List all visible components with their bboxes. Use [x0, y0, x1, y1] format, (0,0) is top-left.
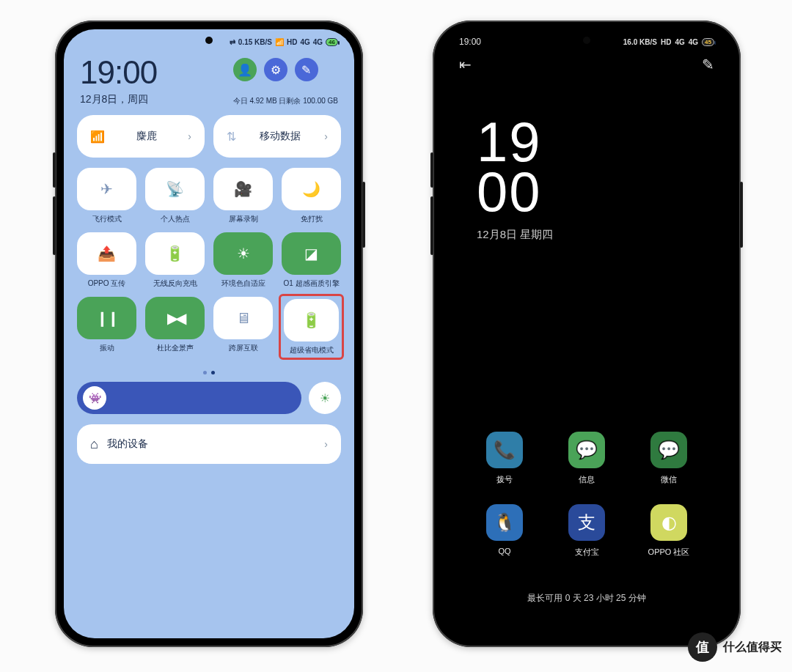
quick-tile-9[interactable]	[145, 297, 205, 339]
home-icon	[90, 437, 98, 452]
app-grid: 📞拨号💬信息💬微信🐧QQ支支付宝◐OPPO 社区	[463, 432, 710, 558]
quick-tile-6[interactable]	[213, 232, 273, 275]
quick-tile-label: OPPO 互传	[77, 279, 136, 288]
quick-tile-label: 超级省电模式	[284, 346, 339, 355]
app-icon: 支	[568, 504, 605, 541]
status-time: 19:00	[459, 37, 481, 47]
control-center-screen: ⇄ 0.15 KB/S 📶 HD 4G 4G 46 19:00 12月8日，周四…	[64, 29, 354, 638]
quick-tile-label: 屏幕录制	[213, 215, 273, 224]
app-label: QQ	[498, 547, 510, 555]
remaining-time-text: 最长可用 0 天 23 小时 25 分钟	[441, 592, 732, 605]
app-5[interactable]: ◐OPPO 社区	[628, 504, 710, 558]
app-1[interactable]: 💬信息	[546, 432, 628, 485]
quick-tile-label: 跨屏互联	[213, 344, 273, 352]
app-3[interactable]: 🐧QQ	[463, 504, 546, 558]
front-camera	[583, 37, 590, 44]
quick-tile-10[interactable]	[213, 297, 273, 339]
app-0[interactable]: 📞拨号	[463, 432, 546, 485]
wifi-icon	[90, 130, 105, 144]
quick-tile-label: 杜比全景声	[145, 344, 205, 352]
quick-tile-label: 环境色自适应	[213, 279, 273, 288]
phone-frame-right: 19:00 16.0 KB/S HD 4G 4G 45 19 00 12月8日 …	[433, 21, 741, 647]
quick-tile-4[interactable]	[77, 232, 136, 275]
auto-brightness-button[interactable]: ☀	[309, 382, 341, 414]
quick-tile-3[interactable]	[282, 168, 341, 210]
app-2[interactable]: 💬微信	[628, 432, 710, 485]
network-speed: 16.0 KB/S	[623, 38, 657, 46]
wifi-icon: 📶	[275, 38, 284, 46]
data-usage-text: 今日 4.92 MB 日剩余 100.00 GB	[233, 96, 338, 106]
quick-tile-8[interactable]	[77, 297, 136, 339]
bluetooth-icon: ⇄	[230, 38, 235, 46]
page-indicator	[64, 357, 354, 382]
signal2-icon: 4G	[689, 38, 698, 46]
brightness-thumb[interactable]: 👾	[83, 386, 106, 410]
settings-button[interactable]	[264, 58, 287, 81]
edit-button[interactable]	[295, 58, 318, 81]
signal1-icon: 4G	[675, 38, 684, 46]
quick-tile-11[interactable]	[284, 299, 339, 341]
quick-tile-label: 振动	[77, 344, 136, 352]
wifi-label: 麋鹿	[136, 130, 157, 143]
my-device-bar[interactable]: 我的设备 ›	[77, 424, 341, 464]
signal2-icon: 4G	[313, 38, 323, 46]
quick-tiles-grid: 飞行模式个人热点屏幕录制免打扰OPPO 互传无线反向充电环境色自适应O1 超感画…	[64, 158, 354, 357]
quick-tile-2[interactable]	[213, 168, 273, 210]
app-label: OPPO 社区	[648, 547, 690, 558]
mobile-data-icon	[227, 130, 236, 144]
app-icon: 🐧	[486, 504, 523, 541]
app-icon: 📞	[486, 432, 523, 468]
network-speed: 0.15 KB/S	[238, 38, 272, 46]
quick-tile-7[interactable]	[282, 232, 341, 275]
brightness-slider[interactable]: 👾	[77, 382, 301, 414]
hd-icon: HD	[287, 38, 297, 46]
battery-indicator: 45	[702, 38, 714, 46]
app-label: 拨号	[496, 474, 513, 485]
quick-tile-label: 无线反向充电	[145, 279, 205, 288]
watermark-text: 什么值得买	[723, 640, 782, 655]
wifi-tile[interactable]: 麋鹿 ›	[77, 115, 205, 158]
app-label: 支付宝	[575, 547, 599, 558]
app-icon: ◐	[650, 504, 687, 541]
quick-tile-label: 个人热点	[145, 215, 205, 224]
date-text: 12月8日，周四	[80, 93, 157, 106]
battery-indicator: 46	[326, 38, 338, 46]
quick-tile-5[interactable]	[145, 232, 205, 275]
mobile-data-label: 移动数据	[260, 130, 301, 143]
quick-tile-1[interactable]	[145, 168, 205, 210]
watermark-badge: 值	[688, 632, 717, 662]
exit-button[interactable]	[459, 56, 472, 73]
app-4[interactable]: 支支付宝	[546, 504, 628, 558]
chevron-right-icon: ›	[188, 130, 191, 142]
chevron-right-icon: ›	[324, 438, 328, 450]
phone-frame-left: ⇄ 0.15 KB/S 📶 HD 4G 4G 46 19:00 12月8日，周四…	[55, 21, 363, 647]
hd-icon: HD	[661, 38, 671, 46]
power-saver-screen: 19:00 16.0 KB/S HD 4G 4G 45 19 00 12月8日 …	[441, 29, 732, 638]
signal1-icon: 4G	[300, 38, 309, 46]
quick-tile-label: O1 超感画质引擎	[282, 279, 341, 288]
app-label: 信息	[579, 474, 595, 485]
clock-block: 19:00 12月8日，周四	[80, 56, 157, 106]
saver-minute: 00	[477, 167, 732, 217]
quick-tile-label: 免打扰	[282, 215, 341, 224]
quick-tile-0[interactable]	[77, 168, 136, 210]
watermark: 值 什么值得买	[688, 632, 782, 662]
app-icon: 💬	[650, 432, 687, 468]
quick-tile-label: 飞行模式	[77, 215, 136, 224]
saver-hour: 19	[477, 117, 732, 167]
header-actions	[233, 58, 338, 81]
saver-clock: 19 00 12月8日 星期四	[441, 73, 732, 242]
app-label: 微信	[661, 474, 677, 485]
compose-button[interactable]	[702, 56, 714, 73]
mobile-data-tile[interactable]: 移动数据 ›	[213, 115, 341, 158]
chevron-right-icon: ›	[324, 130, 328, 142]
app-icon: 💬	[568, 432, 605, 468]
front-camera	[205, 37, 213, 44]
time-text: 19:00	[80, 56, 157, 89]
profile-button[interactable]	[233, 58, 257, 81]
my-device-label: 我的设备	[107, 437, 148, 451]
